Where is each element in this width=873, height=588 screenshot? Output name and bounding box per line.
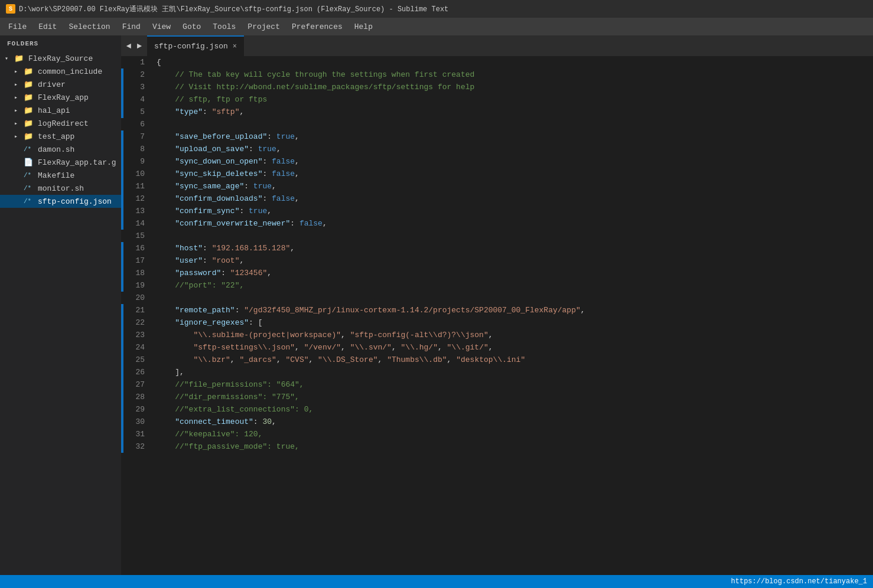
code-token: //"port": "22", — [175, 279, 244, 292]
code-token — [157, 168, 175, 180]
menu-item-tools[interactable]: Tools — [207, 20, 242, 34]
code-content[interactable]: { // The tab key will cycle through the … — [152, 56, 873, 575]
code-line: "\\.sublime-(project|workspace)", "sftp-… — [157, 329, 873, 341]
code-token: "confirm_overwrite_newer" — [175, 217, 290, 230]
line-number: 15 — [123, 230, 152, 242]
line-number: 20 — [123, 292, 152, 304]
code-token: // Visit http://wbond.net/sublime_packag… — [157, 81, 474, 93]
menu-item-project[interactable]: Project — [242, 20, 286, 34]
menu-item-selection[interactable]: Selection — [63, 20, 116, 34]
line-number: 21 — [123, 304, 152, 316]
editor-area: ◄ ► sftp-config.json× 123456789101112131… — [121, 35, 873, 575]
code-token: , — [392, 341, 401, 354]
tree-item-common-include[interactable]: ▸📁common_include — [0, 65, 121, 78]
tree-item-driver[interactable]: ▸📁driver — [0, 78, 121, 91]
code-token: , — [447, 354, 457, 366]
line-number: 4 — [123, 93, 152, 106]
tab-bar: ◄ ► sftp-config.json× — [121, 35, 873, 56]
nav-back-button[interactable]: ◄ — [123, 41, 134, 51]
code-line: // Visit http://wbond.net/sublime_packag… — [157, 81, 873, 93]
code-token: , — [309, 354, 318, 366]
code-token: false — [272, 192, 295, 205]
menu-item-view[interactable]: View — [146, 20, 177, 34]
code-token: "\\.hg/" — [401, 341, 438, 354]
code-line: "confirm_downloads": false, — [157, 192, 873, 205]
menu-item-edit[interactable]: Edit — [32, 20, 63, 34]
code-token — [157, 143, 175, 155]
tree-item-FlexRay-Source[interactable]: ▾📁FlexRay_Source — [0, 52, 121, 65]
code-token — [157, 217, 175, 230]
tree-item-monitor-sh[interactable]: /*monitor.sh — [0, 182, 121, 195]
code-token: : — [267, 130, 276, 143]
tree-item-hal-api[interactable]: ▸📁hal_api — [0, 104, 121, 117]
folder-icon: 📁 — [24, 106, 33, 115]
tab-close-button[interactable]: × — [233, 43, 237, 51]
line-number: 18 — [123, 267, 152, 279]
code-line: //"keepalive": 120, — [157, 428, 873, 440]
menu-item-find[interactable]: Find — [116, 20, 146, 34]
line-number: 13 — [123, 205, 152, 217]
code-token: "sftp-settings\\.json" — [193, 341, 295, 354]
code-token: "192.168.115.128" — [212, 242, 291, 254]
folder-icon: 📁 — [24, 132, 33, 141]
code-token: , — [239, 106, 244, 118]
code-line: "sftp-settings\\.json", "/venv/", "\\.sv… — [157, 341, 873, 354]
code-token: { — [157, 56, 161, 68]
code-token: ], — [157, 366, 184, 378]
code-token: // The tab key will cycle through the se… — [157, 68, 474, 81]
code-line: { — [157, 56, 873, 68]
code-line — [157, 292, 873, 304]
title-bar: S D:\work\SP20007.00 FlexRay通讯模块 王凯\Flex… — [0, 0, 873, 18]
line-number: 11 — [123, 180, 152, 192]
line-number: 28 — [123, 391, 152, 403]
code-token — [157, 106, 175, 118]
code-token: : — [203, 242, 212, 254]
tree-label: driver — [38, 80, 66, 89]
tree-item-FlexRay-app[interactable]: ▸📁FlexRay_app — [0, 91, 121, 104]
menu-item-file[interactable]: File — [2, 20, 32, 34]
code-token — [157, 341, 193, 354]
tree-item-sftp-config-json[interactable]: /*sftp-config.json — [0, 195, 121, 208]
tree-item-Makefile[interactable]: /*Makefile — [0, 169, 121, 182]
line-number: 6 — [123, 118, 152, 130]
folder-icon: 📁 — [24, 67, 33, 76]
tree-label: FlexRay_Source — [28, 54, 93, 63]
code-line: "connect_timeout": 30, — [157, 416, 873, 428]
tree-item-FlexRay-app-tar-g[interactable]: 📄FlexRay_app.tar.g — [0, 156, 121, 169]
tabs-container: sftp-config.json× — [147, 35, 244, 56]
code-token: "upload_on_save" — [175, 143, 249, 155]
code-token: [ — [258, 316, 263, 329]
code-token: : — [262, 168, 272, 180]
code-token: , — [239, 254, 244, 267]
code-line: //"ftp_passive_mode": true, — [157, 440, 873, 453]
code-token: , — [267, 205, 272, 217]
menu-item-help[interactable]: Help — [348, 20, 379, 34]
code-token: : — [262, 192, 272, 205]
code-token: , — [276, 354, 286, 366]
code-token: : — [235, 304, 245, 316]
tree-item-damon-sh[interactable]: /*damon.sh — [0, 143, 121, 156]
code-token: , — [295, 341, 304, 354]
line-number: 17 — [123, 254, 152, 267]
sidebar-header: FOLDERS — [0, 35, 121, 52]
line-number: 7 — [123, 130, 152, 143]
code-token: //"ftp_passive_mode": true, — [157, 440, 299, 453]
code-token: , — [272, 416, 276, 428]
code-token — [157, 242, 175, 254]
nav-forward-button[interactable]: ► — [134, 41, 145, 51]
code-token: : — [244, 180, 253, 192]
tree-item-test-app[interactable]: ▸📁test_app — [0, 130, 121, 143]
code-editor[interactable]: 1234567891011121314151617181920212223242… — [121, 56, 873, 575]
code-line: "type": "sftp", — [157, 106, 873, 118]
tab-sftp-config-json[interactable]: sftp-config.json× — [147, 35, 244, 56]
menu-item-goto[interactable]: Goto — [177, 20, 207, 34]
tree-label: Makefile — [38, 171, 74, 180]
menu-bar: FileEditSelectionFindViewGotoToolsProjec… — [0, 18, 873, 35]
tree-item-logRedirect[interactable]: ▸📁logRedirect — [0, 117, 121, 130]
code-line: "confirm_overwrite_newer": false, — [157, 217, 873, 230]
line-number: 14 — [123, 217, 152, 230]
menu-item-preferences[interactable]: Preferences — [286, 20, 348, 34]
code-token: "root" — [212, 254, 240, 267]
line-number: 25 — [123, 354, 152, 366]
code-token: : — [249, 143, 258, 155]
